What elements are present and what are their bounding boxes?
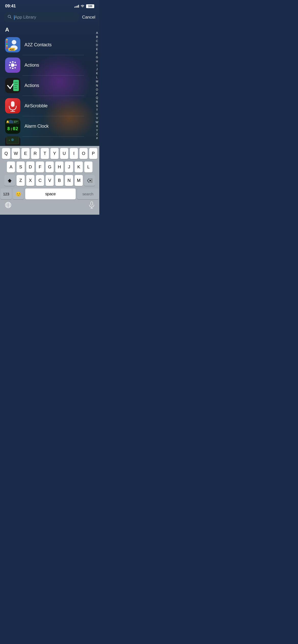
- key-u[interactable]: U: [60, 148, 68, 159]
- search-bar[interactable]: App Library: [4, 12, 79, 22]
- svg-text:A2Z: A2Z: [9, 48, 14, 51]
- app-list: A A2Z A2Z: [0, 25, 99, 146]
- alpha-y[interactable]: Y: [96, 128, 98, 132]
- key-q[interactable]: Q: [2, 148, 10, 159]
- alpha-n[interactable]: N: [96, 84, 98, 88]
- alpha-h[interactable]: H: [96, 59, 98, 63]
- svg-text:☁ 🌐: ☁ 🌐: [9, 138, 14, 141]
- key-p[interactable]: P: [89, 148, 97, 159]
- alpha-x[interactable]: X: [96, 124, 98, 128]
- app-icon-partial: ☁ 🌐: [5, 136, 20, 145]
- svg-rect-15: [12, 61, 13, 63]
- battery-icon: 100: [86, 4, 94, 8]
- shift-key[interactable]: [4, 175, 15, 186]
- key-w[interactable]: W: [12, 148, 20, 159]
- alpha-index[interactable]: A B C D E F G H I J K L M N O P Q R S T …: [96, 31, 98, 140]
- key-j[interactable]: J: [65, 162, 73, 172]
- alpha-i[interactable]: I: [97, 63, 97, 67]
- alpha-c[interactable]: C: [96, 39, 98, 43]
- key-z[interactable]: Z: [17, 175, 25, 186]
- alpha-d[interactable]: D: [96, 43, 98, 47]
- alpha-s[interactable]: S: [96, 104, 98, 108]
- emoji-key[interactable]: 😊: [13, 188, 24, 199]
- key-h[interactable]: H: [55, 162, 63, 172]
- key-s[interactable]: S: [17, 162, 25, 172]
- svg-rect-29: [14, 88, 17, 89]
- alpha-w[interactable]: W: [96, 120, 98, 124]
- microphone-icon[interactable]: [87, 200, 97, 211]
- search-icon: [8, 15, 12, 20]
- key-t[interactable]: T: [41, 148, 49, 159]
- alpha-j[interactable]: J: [96, 67, 98, 71]
- alpha-l[interactable]: L: [96, 76, 98, 80]
- list-item[interactable]: Actions: [0, 55, 99, 75]
- keyboard: Q W E R T Y U I O P A S D F G H J K L: [0, 146, 99, 215]
- alpha-m[interactable]: M: [96, 80, 98, 84]
- svg-rect-27: [14, 84, 18, 85]
- keyboard-row-3: Z X C V B N M: [1, 175, 99, 186]
- key-a[interactable]: A: [7, 162, 15, 172]
- key-x[interactable]: X: [26, 175, 34, 186]
- alpha-e[interactable]: E: [96, 47, 98, 51]
- app-name: AirScrobble: [24, 103, 48, 109]
- section-header-a: A: [0, 25, 99, 35]
- key-n[interactable]: N: [65, 175, 73, 186]
- search-key[interactable]: search: [77, 188, 99, 199]
- app-name: Actions: [24, 63, 39, 68]
- search-placeholder: App Library: [14, 15, 36, 20]
- svg-text:8:02: 8:02: [7, 126, 18, 131]
- list-item[interactable]: AirScrobble: [0, 96, 99, 116]
- numbers-key[interactable]: 123: [1, 188, 11, 199]
- app-icon-alarmclock: 37° 🔔 8:02: [5, 119, 20, 134]
- svg-rect-28: [14, 86, 17, 87]
- svg-rect-31: [11, 101, 15, 107]
- alpha-u[interactable]: U: [96, 112, 98, 116]
- key-g[interactable]: G: [46, 162, 54, 172]
- key-c[interactable]: C: [36, 175, 44, 186]
- alpha-r[interactable]: R: [96, 100, 98, 104]
- key-y[interactable]: Y: [50, 148, 59, 159]
- list-item[interactable]: A2Z A2Z Contacts: [0, 35, 99, 55]
- key-m[interactable]: M: [75, 175, 83, 186]
- list-item[interactable]: Actions: [0, 75, 99, 96]
- app-icon-actions-check: [5, 78, 20, 93]
- alpha-q[interactable]: Q: [96, 96, 98, 100]
- svg-rect-4: [6, 41, 8, 42]
- status-icons: 100: [74, 4, 94, 8]
- alpha-o[interactable]: O: [96, 88, 98, 92]
- key-i[interactable]: I: [70, 148, 78, 159]
- key-f[interactable]: F: [36, 162, 44, 172]
- alpha-t[interactable]: T: [96, 108, 98, 112]
- key-b[interactable]: B: [55, 175, 63, 186]
- alpha-v[interactable]: V: [96, 116, 98, 120]
- svg-line-1: [10, 18, 11, 19]
- status-bar: 09:41 100: [0, 0, 99, 10]
- key-o[interactable]: O: [79, 148, 88, 159]
- alpha-f[interactable]: F: [96, 51, 98, 55]
- globe-icon[interactable]: [3, 201, 13, 211]
- app-name: Actions: [24, 83, 39, 88]
- alpha-g[interactable]: G: [96, 55, 98, 59]
- svg-rect-5: [6, 43, 8, 45]
- key-e[interactable]: E: [21, 148, 30, 159]
- space-key[interactable]: space: [25, 188, 76, 199]
- cancel-button[interactable]: Cancel: [82, 15, 95, 20]
- keyboard-bottom-row: [1, 199, 99, 214]
- alpha-b[interactable]: B: [96, 35, 98, 39]
- key-d[interactable]: D: [26, 162, 34, 172]
- alpha-a[interactable]: A: [96, 31, 98, 35]
- svg-rect-25: [13, 80, 19, 91]
- svg-rect-16: [12, 68, 13, 69]
- list-item[interactable]: 37° 🔔 8:02 Alarm Clock: [0, 116, 99, 136]
- delete-key[interactable]: [84, 175, 95, 186]
- key-v[interactable]: V: [46, 175, 54, 186]
- alpha-p[interactable]: P: [96, 92, 98, 96]
- key-l[interactable]: L: [84, 162, 92, 172]
- key-k[interactable]: K: [75, 162, 83, 172]
- alpha-hash[interactable]: #: [96, 136, 98, 140]
- alpha-z[interactable]: Z: [96, 132, 98, 136]
- key-r[interactable]: R: [31, 148, 39, 159]
- list-item[interactable]: ☁ 🌐: [0, 136, 99, 145]
- alpha-k[interactable]: K: [96, 71, 98, 76]
- svg-rect-55: [91, 202, 93, 205]
